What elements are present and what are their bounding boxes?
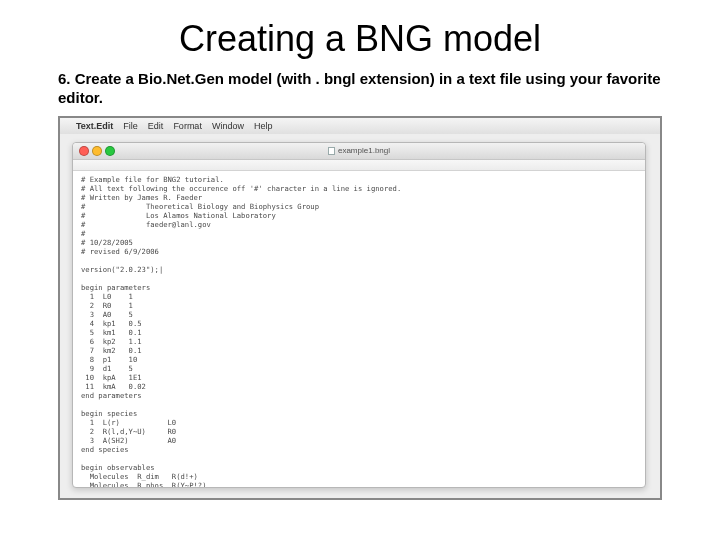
slide-instruction: 6. Create a Bio.Net.Gen model (with . bn… [58,70,662,108]
document-icon [328,147,335,155]
menu-edit[interactable]: Edit [148,121,164,131]
code-content[interactable]: # Example file for BNG2 tutorial. # All … [81,175,637,487]
editor-window: example1.bngl # Example file for BNG2 tu… [72,142,646,488]
editor-area[interactable]: # Example file for BNG2 tutorial. # All … [73,171,645,487]
menubar-app-name[interactable]: Text.Edit [76,121,113,131]
zoom-icon[interactable] [105,146,115,156]
desktop-area: example1.bngl # Example file for BNG2 tu… [60,134,660,498]
close-icon[interactable] [79,146,89,156]
window-toolbar [73,160,645,171]
window-traffic-lights [79,146,115,156]
menu-window[interactable]: Window [212,121,244,131]
window-title: example1.bngl [73,146,645,155]
menu-file[interactable]: File [123,121,138,131]
window-titlebar[interactable]: example1.bngl [73,143,645,160]
screenshot-frame: Text.Edit File Edit Format Window Help e… [58,116,662,500]
menu-help[interactable]: Help [254,121,273,131]
window-filename: example1.bngl [338,146,390,155]
mac-menubar: Text.Edit File Edit Format Window Help [60,118,660,135]
slide-title: Creating a BNG model [0,18,720,60]
minimize-icon[interactable] [92,146,102,156]
menu-format[interactable]: Format [173,121,202,131]
